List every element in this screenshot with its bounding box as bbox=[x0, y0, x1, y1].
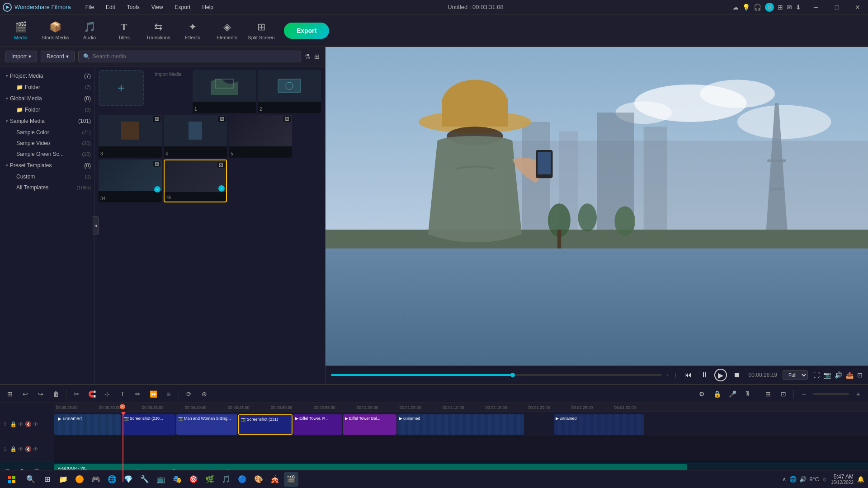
toolbar-stock-media[interactable]: 📦 Stock Media bbox=[39, 16, 71, 45]
lock-icon[interactable]: 🔒 bbox=[711, 388, 723, 400]
taskbar-icon-6[interactable]: 📺 bbox=[154, 472, 168, 487]
close-button[interactable]: ✕ bbox=[847, 0, 868, 14]
clip-unnamed-2[interactable]: ▶ unnamed bbox=[397, 414, 524, 435]
ripple-tool[interactable]: ⏩ bbox=[147, 388, 160, 400]
media-item-34[interactable]: 🖼 ✓ 34 bbox=[99, 160, 162, 202]
sidebar-item-sample-video[interactable]: Sample Video (20) bbox=[11, 138, 94, 149]
pip-icon[interactable]: ⊡ bbox=[857, 371, 863, 379]
zoom-out-button[interactable]: − bbox=[797, 388, 810, 400]
track1-vol-icon[interactable]: 🔇 bbox=[25, 446, 32, 452]
sidebar-collapse-button[interactable]: ◂ bbox=[93, 216, 99, 235]
cloud-icon[interactable]: ☁ bbox=[732, 4, 739, 11]
text-tool[interactable]: T bbox=[116, 388, 129, 400]
export-button[interactable]: Export bbox=[284, 23, 329, 39]
timeline-scrubber[interactable] bbox=[510, 373, 515, 377]
sidebar-item-global-media[interactable]: ▾ Global Media (0) bbox=[0, 93, 94, 104]
taskbar-icon-8[interactable]: 🎯 bbox=[186, 472, 201, 487]
prev-frame-button[interactable]: ⏮ bbox=[682, 369, 694, 381]
track-visible-icon[interactable]: 👁 bbox=[33, 421, 38, 427]
menu-edit[interactable]: Edit bbox=[100, 2, 121, 12]
play-button[interactable]: ▶ bbox=[714, 369, 727, 381]
toolbar-elements[interactable]: ◈ Elements bbox=[211, 16, 243, 45]
user-icon[interactable]: U bbox=[765, 3, 774, 12]
tray-network[interactable]: 🌐 bbox=[789, 476, 797, 483]
taskbar-task-view[interactable]: ⊞ bbox=[40, 472, 54, 487]
menu-file[interactable]: File bbox=[80, 2, 99, 12]
taskbar-file-explorer[interactable]: 📁 bbox=[56, 472, 71, 487]
scene-detection[interactable]: ⊞ bbox=[4, 388, 16, 400]
media-item-3[interactable]: 🖼 3 bbox=[99, 115, 162, 158]
tray-volume[interactable]: 🔊 bbox=[799, 476, 807, 483]
sidebar-item-project-media[interactable]: ▾ Project Media (7) bbox=[0, 70, 94, 82]
import-button[interactable]: Import ▾ bbox=[5, 51, 37, 62]
fullscreen-icon[interactable]: ⛶ bbox=[813, 371, 820, 379]
toolbar-titles[interactable]: T Titles bbox=[108, 16, 140, 45]
magnetic-tool[interactable]: 🧲 bbox=[85, 388, 98, 400]
taskbar-nvidia[interactable]: 🎮 bbox=[89, 472, 103, 487]
track-eye-icon[interactable]: 👁 bbox=[18, 421, 24, 427]
sidebar-item-all-templates[interactable]: All Templates (1085) bbox=[11, 182, 94, 193]
toolbar-media[interactable]: 🎬 Media bbox=[5, 16, 37, 45]
track-lock-icon[interactable]: 🔒 bbox=[10, 421, 17, 427]
grid-view-icon[interactable]: ⊞ bbox=[314, 53, 320, 60]
select-tool[interactable]: ⊹ bbox=[101, 388, 113, 400]
taskbar-icon-2[interactable]: 🟠 bbox=[72, 472, 87, 487]
taskbar-icon-13[interactable]: 🎪 bbox=[268, 472, 282, 487]
pen-tool[interactable]: ✏ bbox=[132, 388, 144, 400]
system-clock[interactable]: 5:47 AM 15/12/2022 bbox=[831, 474, 854, 485]
sidebar-item-custom[interactable]: Custom (0) bbox=[11, 171, 94, 182]
mic-icon[interactable]: 🎤 bbox=[726, 388, 739, 400]
minimize-button[interactable]: ─ bbox=[806, 0, 826, 14]
search-input[interactable] bbox=[93, 53, 296, 60]
menu-tools[interactable]: Tools bbox=[122, 2, 145, 12]
sidebar-item-preset-templates[interactable]: ▾ Preset Templates (0) bbox=[0, 160, 94, 171]
media-item-45[interactable]: 🖼 ✓ 45 bbox=[164, 160, 227, 202]
taskbar-icon-11[interactable]: 🔵 bbox=[235, 472, 250, 487]
sidebar-item-sample-color[interactable]: Sample Color (71) bbox=[11, 127, 94, 138]
clip-screenshot-231[interactable]: 📷 Screenshot (231) bbox=[238, 414, 292, 435]
render-icon[interactable]: 📤 bbox=[846, 371, 854, 379]
quality-select[interactable]: Full 1/2 1/4 bbox=[783, 370, 808, 380]
redo-button[interactable]: ↪ bbox=[34, 388, 47, 400]
headset-icon[interactable]: 🎧 bbox=[754, 4, 761, 11]
start-button[interactable] bbox=[4, 471, 20, 488]
snapshot-icon[interactable]: 📷 bbox=[823, 371, 831, 379]
add-track-icon[interactable]: ⊞ bbox=[762, 388, 774, 400]
media-item-5[interactable]: 🖼 5 bbox=[229, 115, 292, 158]
taskbar-search[interactable]: 🔍 bbox=[24, 472, 38, 487]
taskbar-icon-5[interactable]: 🔧 bbox=[137, 472, 152, 487]
volume-icon[interactable]: 🔊 bbox=[835, 371, 842, 379]
undo-button[interactable]: ↩ bbox=[19, 388, 32, 400]
download-icon[interactable]: ⬇ bbox=[796, 4, 801, 11]
taskbar-icon-9[interactable]: 🌿 bbox=[203, 472, 217, 487]
track-vol-icon[interactable]: 🔇 bbox=[25, 421, 32, 427]
taskbar-filmora[interactable]: 🎬 bbox=[284, 472, 298, 487]
toolbar-split-screen[interactable]: ⊞ Split Screen bbox=[245, 16, 278, 45]
media-item-1[interactable]: 1 bbox=[193, 70, 256, 113]
clip-man-woman[interactable]: 📷 Man and Woman Sitting... bbox=[176, 414, 237, 435]
cut-tool[interactable]: ✂ bbox=[70, 388, 83, 400]
maximize-button[interactable]: □ bbox=[826, 0, 847, 14]
zoom-slider[interactable] bbox=[813, 393, 849, 395]
track1-lock-icon[interactable]: 🔒 bbox=[10, 446, 17, 452]
toolbar-effects[interactable]: ✦ Effects bbox=[176, 16, 209, 45]
media-item-2[interactable]: 2 bbox=[258, 70, 321, 113]
toolbar-audio[interactable]: 🎵 Audio bbox=[73, 16, 106, 45]
settings-icon[interactable]: ⚙ bbox=[695, 388, 708, 400]
fit-icon[interactable]: ⊡ bbox=[777, 388, 790, 400]
sidebar-item-sample-green[interactable]: Sample Green Sc... (10) bbox=[11, 149, 94, 160]
playhead-handle[interactable]: ✂ bbox=[120, 404, 125, 409]
play-pause-button[interactable]: ⏸ bbox=[698, 369, 711, 381]
zoom-in-button[interactable]: + bbox=[852, 388, 864, 400]
preview-timeline-bar[interactable] bbox=[331, 374, 662, 376]
menu-export[interactable]: Export bbox=[170, 2, 196, 12]
menu-view[interactable]: View bbox=[146, 2, 169, 12]
toolbar-transitions[interactable]: ⇆ Transitions bbox=[142, 16, 175, 45]
stop-button[interactable]: ⏹ bbox=[731, 369, 743, 381]
menu-help[interactable]: Help bbox=[197, 2, 219, 12]
track1-visible-icon[interactable]: 👁 bbox=[33, 446, 38, 452]
mail-icon[interactable]: ✉ bbox=[787, 4, 792, 11]
sidebar-item-folder-global[interactable]: 📁 Folder (0) bbox=[11, 104, 94, 115]
clip-unnamed-1[interactable]: ▶ unnamed bbox=[54, 414, 121, 435]
track1-eye-icon[interactable]: 👁 bbox=[18, 446, 24, 452]
